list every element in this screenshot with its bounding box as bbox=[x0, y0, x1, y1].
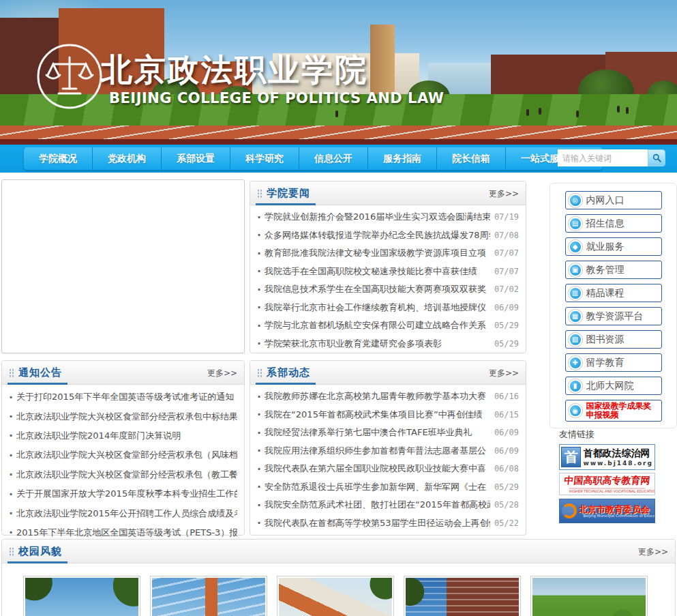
more-link[interactable]: 更多>> bbox=[638, 546, 668, 558]
list-item[interactable]: · 我院信息技术系学生在全国高职技能大赛两赛项双双获奖 07/02 bbox=[257, 280, 519, 299]
department-list: · 我院教师苏娜在北京高校第九届青年教师教学基本功大赛 06/16 · 我院在“… bbox=[250, 385, 526, 532]
bullet-icon: · bbox=[257, 463, 261, 475]
dots-decoration-icon bbox=[257, 189, 262, 198]
campus-photo[interactable] bbox=[150, 576, 267, 616]
campus-photo[interactable] bbox=[23, 576, 140, 616]
list-item[interactable]: · 北京政法职业学院2014年度部门决算说明 bbox=[9, 426, 237, 445]
more-link[interactable]: 更多>> bbox=[489, 368, 519, 379]
panel-header: 系部动态 更多>> bbox=[250, 361, 526, 385]
item-title: 关于打印2015年下半年全国英语等级考试准考证的通知 bbox=[16, 391, 237, 403]
list-item[interactable]: · 我院教师苏娜在北京高校第九届青年教师教学基本功大赛 06/16 bbox=[257, 387, 519, 406]
title-underline bbox=[256, 383, 316, 385]
main-navigation: 学院概况 党政机构 系部设置 科学研究 信息公开 服务指南 院长信箱 一站式服务… bbox=[24, 147, 603, 170]
panel-header: 校园风貌 更多>> bbox=[2, 540, 675, 563]
list-item[interactable]: · 我院在“2015年首都高校武术集体项目比赛”中再创佳绩 06/15 bbox=[257, 406, 519, 424]
item-date: 07/19 bbox=[490, 212, 519, 222]
item-title: 北京政法职业学院2014年度部门决算说明 bbox=[16, 430, 237, 442]
quick-link-icon: ✚ bbox=[569, 356, 582, 370]
list-item[interactable]: · 学院就业创新推介会暨2016届毕业生实习双选会圆满结束 07/19 bbox=[257, 208, 519, 226]
quick-link-label: 国家级教学成果奖申报视频 bbox=[586, 402, 659, 420]
image-slideshow[interactable] bbox=[1, 179, 245, 353]
item-title: 安全防范系退役士兵班学生参加新华网、新华军网《士在 bbox=[265, 481, 490, 493]
nav-item[interactable]: 院长信箱 bbox=[436, 147, 505, 170]
item-date: 06/09 bbox=[490, 428, 519, 437]
list-item[interactable]: · 我院选手在全国高职院校文秘速录技能比赛中喜获佳绩 07/07 bbox=[257, 263, 519, 281]
list-item[interactable]: · 众多网络媒体转载报道学院举办纪念全民族抗战爆发78周年 07/08 bbox=[257, 226, 519, 245]
quick-link-button[interactable]: ◎ 内网入口 bbox=[565, 191, 662, 209]
list-item[interactable]: · 我院代表队在首都高等学校第53届学生田径运动会上再创佳 05/22 bbox=[257, 514, 519, 533]
list-item[interactable]: · 北京政法职业学院大兴校区食堂部分经营权承包（风味档 bbox=[9, 445, 237, 465]
quick-link-button[interactable]: ▤ 招生信息 bbox=[565, 214, 662, 233]
nav-item[interactable]: 服务指南 bbox=[367, 147, 436, 170]
dots-decoration-icon bbox=[9, 368, 14, 377]
quick-link-button[interactable]: ▣ 教务管理 bbox=[565, 261, 662, 279]
bullet-icon: · bbox=[9, 429, 13, 442]
friend-link-tech-edu[interactable]: 中国高职高专教育网 HIGHER TECHNICAL AND VOCATIONA… bbox=[559, 473, 655, 495]
campus-photo-image bbox=[25, 578, 138, 616]
list-item[interactable]: · 我院应用法律系组织师生参加首都青年普法志愿者基层公 06/09 bbox=[257, 442, 519, 460]
search-button[interactable] bbox=[648, 149, 665, 166]
item-date: 06/09 bbox=[490, 303, 519, 312]
bullet-icon: · bbox=[9, 488, 13, 501]
nav-item[interactable]: 学院概况 bbox=[24, 147, 92, 170]
list-item[interactable]: · 我院经贸法律系举行第七届中澳合作TAFE班毕业典礼 06/09 bbox=[257, 424, 519, 442]
friend-link-title: 中国高职高专教育网 bbox=[559, 475, 655, 487]
campus-photo[interactable] bbox=[277, 576, 394, 616]
college-title-english: BEIJING COLLEGE OF POLITICS AND LAW bbox=[109, 90, 444, 106]
nav-item-label: 学院概况 bbox=[39, 153, 77, 165]
list-item[interactable]: · 关于开展国家开放大学2015年度秋季本科专业招生工作的通 bbox=[9, 484, 237, 503]
nav-item-label: 科学研究 bbox=[245, 153, 284, 165]
quick-link-label: 教务管理 bbox=[586, 265, 625, 275]
list-item[interactable]: · 北京政法职业学院大兴校区食堂部分经营权承包（教工餐 bbox=[9, 465, 237, 484]
item-title: 我院教师苏娜在北京高校第九届青年教师教学基本功大赛 bbox=[265, 390, 490, 402]
panel-title: 学院要闻 bbox=[267, 187, 310, 200]
item-date: 05/29 bbox=[490, 339, 519, 349]
friend-link-bj148[interactable]: 首 首都政法综治网 www.bj148.org bbox=[559, 444, 655, 470]
notice-list: · 关于打印2015年下半年全国英语等级考试准考证的通知 · 北京政法职业学院大… bbox=[2, 385, 244, 542]
list-item[interactable]: · 学院荣获北京市职业教育党建研究会多项表彰 05/29 bbox=[257, 335, 519, 353]
campus-photo[interactable] bbox=[530, 576, 648, 616]
bullet-icon: · bbox=[257, 499, 261, 512]
friend-link-edu-commission[interactable]: 北京市教育委员会 Beijing Municipal Commission of… bbox=[559, 499, 655, 523]
list-item[interactable]: · 我院安全防范系武术社团、散打社团在“2015年首都高校武 05/28 bbox=[257, 496, 519, 514]
bullet-icon: · bbox=[257, 480, 261, 493]
item-title: 我院安全防范系武术社团、散打社团在“2015年首都高校武 bbox=[265, 499, 490, 511]
nav-item[interactable]: 科学研究 bbox=[230, 147, 299, 170]
item-date: 05/28 bbox=[490, 500, 519, 510]
quick-link-button[interactable]: ✚ 留学教育 bbox=[565, 353, 662, 372]
dots-decoration-icon bbox=[257, 368, 262, 377]
quick-link-button[interactable]: ▦ 教学资源平台 bbox=[565, 307, 662, 325]
item-title: 北京政法职业学院大兴校区食堂部分经营权承包中标结果 bbox=[16, 411, 237, 423]
quick-link-button[interactable]: ▮ 北师大网院 bbox=[565, 377, 662, 395]
list-item[interactable]: · 教育部批准我院法律文秘专业国家级教学资源库项目立项 07/07 bbox=[257, 244, 519, 263]
list-item[interactable]: · 北京政法职业学院大兴校区食堂部分经营权承包中标结果 bbox=[9, 407, 237, 426]
quick-link-button[interactable]: ◉ 国家级教学成果奖申报视频 bbox=[565, 400, 662, 422]
nav-item[interactable]: 信息公开 bbox=[299, 147, 367, 170]
nav-item[interactable]: 系部设置 bbox=[161, 147, 230, 170]
list-item[interactable]: · 安全防范系退役士兵班学生参加新华网、新华军网《士在 05/29 bbox=[257, 478, 519, 497]
dots-decoration-icon bbox=[9, 547, 14, 556]
campus-photo-image bbox=[532, 578, 646, 616]
quick-link-button[interactable]: ▧ 图书资源 bbox=[565, 330, 662, 349]
search-input[interactable] bbox=[558, 149, 648, 166]
quick-link-icon: ◎ bbox=[569, 194, 582, 207]
list-item[interactable]: · 我院举行北京市社会工作继续教育机构、培训基地授牌仪 06/09 bbox=[257, 299, 519, 317]
list-item[interactable]: · 我院代表队在第六届全国职业院校民政职业技能大赛中喜 06/08 bbox=[257, 460, 519, 478]
item-title: 教育部批准我院法律文秘专业国家级教学资源库项目立项 bbox=[265, 247, 490, 259]
list-item[interactable]: · 北京政法职业学院2015年公开招聘工作人员综合成绩及考察 bbox=[9, 503, 237, 523]
campus-photo[interactable] bbox=[404, 576, 521, 616]
quick-link-button[interactable]: ◆ 就业服务 bbox=[565, 237, 662, 256]
list-item[interactable]: · 学院与北京首都机场航空安保有限公司建立战略合作关系 05/29 bbox=[257, 317, 519, 335]
quick-link-icon: ◆ bbox=[569, 240, 582, 254]
bullet-icon: · bbox=[257, 426, 261, 439]
panel-department-news: 系部动态 更多>> · 我院教师苏娜在北京高校第九届青年教师教学基本功大赛 06… bbox=[250, 360, 526, 536]
quick-link-button[interactable]: ▥ 精品课程 bbox=[565, 284, 662, 302]
more-link[interactable]: 更多>> bbox=[489, 188, 519, 200]
more-link[interactable]: 更多>> bbox=[207, 368, 237, 379]
item-date: 07/07 bbox=[490, 267, 519, 276]
bullet-icon: · bbox=[257, 283, 261, 296]
item-date: 07/07 bbox=[490, 248, 519, 258]
nav-item[interactable]: 党政机构 bbox=[92, 147, 161, 170]
list-item[interactable]: · 关于打印2015年下半年全国英语等级考试准考证的通知 bbox=[9, 387, 237, 407]
panel-header: 学院要闻 更多>> bbox=[250, 181, 526, 205]
